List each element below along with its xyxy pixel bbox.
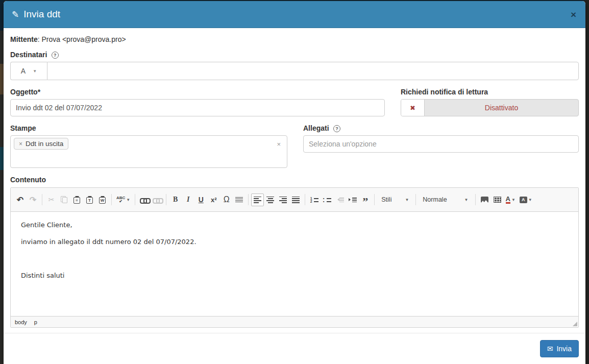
recipients-label-row: Destinatari ? [10,50,579,59]
remove-tag-icon[interactable]: × [19,140,22,148]
resize-handle[interactable] [573,322,577,326]
link-glyph [140,197,149,203]
styles-combo[interactable]: Stili ▼ [377,193,413,206]
align-center-glyph [266,197,274,203]
editor-paragraph [21,254,568,264]
insert-table-icon[interactable] [491,193,504,206]
decrease-indent-icon[interactable] [333,193,346,206]
align-center-icon[interactable] [264,193,277,206]
editor-paragraph: Gentile Cliente, [21,220,568,230]
text-color-glyph: A [506,196,510,204]
read-receipt-field: Richiedi notifica di lettura ✖ Disattiva… [401,87,579,116]
background-color-icon[interactable]: A ▼ [518,193,534,206]
background-page-right [585,0,589,364]
styles-combo-label: Stili [381,196,391,203]
toggle-state-text: Disattivato [425,100,578,116]
recipients-input-group: A ▼ [10,62,579,80]
horizontal-rule-icon[interactable] [233,193,246,206]
prints-multiselect[interactable]: × Ddt in uscita × [10,135,287,168]
align-left-glyph [254,197,261,203]
spellcheck-glyph: ABC ✔ [116,196,125,203]
path-item-body[interactable]: body [15,319,27,325]
paste-w: W [100,198,105,203]
help-icon[interactable]: ? [52,52,59,59]
editor-paragraph: Distinti saluti [21,271,568,281]
recipients-input[interactable] [47,62,579,80]
toolbar-separator [248,194,249,205]
image-glyph [481,197,488,203]
chevron-down-icon: ▼ [126,198,130,202]
bold-icon[interactable]: B [169,193,182,206]
copy-glyph [61,196,67,203]
chevron-down-icon: ▼ [528,198,532,202]
increase-indent-icon[interactable] [346,193,359,206]
ul-glyph [323,197,331,203]
link-icon[interactable] [138,193,151,206]
pencil-icon: ✎ [12,9,19,20]
recipient-type-select[interactable]: A ▼ [10,62,47,80]
redo-icon[interactable]: ↷ [27,193,39,206]
content-label: Contenuto [10,176,46,184]
chevron-down-icon: ▼ [405,198,409,202]
prints-field: Stampe × Ddt in uscita × [10,124,287,168]
text-color-icon[interactable]: A ▼ [504,193,518,206]
insert-image-icon[interactable] [478,193,491,206]
toolbar-separator [111,194,112,205]
editor-element-path: body p [11,316,578,327]
clear-selection-icon[interactable]: × [277,140,281,148]
spell-check: ✔ [119,200,122,203]
toolbar-separator [374,194,375,205]
spellcheck-icon[interactable]: ABC ✔ ▼ [114,193,132,206]
read-receipt-toggle[interactable]: ✖ Disattivato [401,99,579,116]
read-receipt-label: Richiedi notifica di lettura [401,88,488,96]
align-right-glyph [279,197,287,203]
align-left-icon[interactable] [251,193,264,206]
envelope-icon: ✉ [547,345,553,353]
sender-label: Mittente [10,35,38,43]
send-button-label: Invia [556,345,572,353]
modal-footer: ✉ Invia [4,333,585,364]
table-glyph [494,197,501,203]
unlink-glyph [153,197,161,203]
align-right-icon[interactable] [277,193,289,206]
bullet-list-icon[interactable] [321,193,333,206]
undo-icon[interactable]: ↶ [14,193,27,206]
recipient-type-value: A [21,67,26,75]
format-combo[interactable]: Normale ▼ [419,193,472,206]
unlink-icon[interactable] [151,193,163,206]
italic-icon[interactable]: I [182,193,194,206]
attachments-select[interactable] [303,135,579,153]
help-icon[interactable]: ? [333,125,340,132]
modal-header: ✎ Invia ddt × [4,1,585,28]
bg-color-glyph: A [520,197,527,203]
close-icon[interactable]: × [570,10,577,19]
hlines-glyph [235,197,243,203]
cut-icon[interactable]: ✂ [45,193,58,206]
superscript-icon[interactable]: x² [207,193,220,206]
paste-icon[interactable]: ≡ [70,193,83,206]
editor-toolbar: ↶ ↷ ✂ ≡ T W ABC ✔ ▼ [11,188,578,212]
numbered-list-icon[interactable] [308,193,321,206]
prints-label: Stampe [10,124,36,132]
paste-text-icon[interactable]: T [83,193,96,206]
blockquote-icon[interactable]: ” [359,195,372,208]
align-justify-icon[interactable] [289,193,302,206]
underline-icon[interactable]: U [194,193,207,206]
format-combo-label: Normale [423,196,447,203]
editor-paragraph: inviamo in allegato il ddt numero 02 del… [21,237,568,247]
subject-row: Oggetto* Richiedi notifica di lettura ✖ … [10,87,579,116]
editor-content[interactable]: Gentile Cliente, inviamo in allegato il … [11,212,578,316]
subject-input[interactable] [10,99,385,116]
copy-icon[interactable] [58,193,70,206]
rich-text-editor: ↶ ↷ ✂ ≡ T W ABC ✔ ▼ [10,187,579,328]
paste-word-icon[interactable]: W [96,193,109,206]
send-button[interactable]: ✉ Invia [540,340,579,357]
paste-word-glyph: W [99,197,106,204]
print-tag: × Ddt in uscita [14,138,68,150]
indent-glyph [349,197,357,203]
special-character-icon[interactable]: Ω [220,193,233,206]
modal-body: Mittente: Prova <prova@prova.pro> Destin… [4,28,585,328]
path-item-p[interactable]: p [34,319,37,325]
paste-text-glyph: T [86,197,93,204]
toolbar-separator [475,194,476,205]
